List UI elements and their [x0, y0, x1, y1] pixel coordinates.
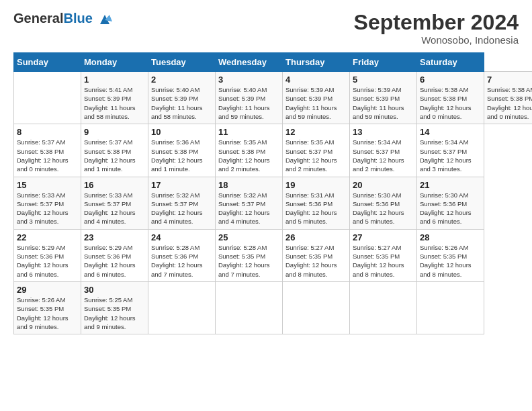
table-cell: 1Sunrise: 5:41 AMSunset: 5:39 PMDaylight… — [81, 72, 148, 124]
day-number: 26 — [285, 232, 347, 242]
day-info: Sunrise: 5:25 AMSunset: 5:35 PMDaylight:… — [84, 295, 145, 331]
day-number: 22 — [17, 232, 78, 242]
day-info: Sunrise: 5:28 AMSunset: 5:36 PMDaylight:… — [151, 243, 212, 279]
table-row: 15Sunrise: 5:33 AMSunset: 5:37 PMDayligh… — [14, 177, 533, 229]
day-info: Sunrise: 5:28 AMSunset: 5:35 PMDaylight:… — [218, 243, 279, 279]
month-title: September 2024 — [354, 11, 519, 34]
day-number: 23 — [84, 232, 145, 242]
day-number: 21 — [420, 180, 481, 190]
table-cell: 17Sunrise: 5:32 AMSunset: 5:37 PMDayligh… — [148, 177, 216, 229]
table-cell: 23Sunrise: 5:29 AMSunset: 5:36 PMDayligh… — [81, 229, 148, 281]
day-number: 3 — [218, 75, 279, 85]
logo: GeneralBlue — [13, 11, 112, 27]
table-cell: 8Sunrise: 5:37 AMSunset: 5:38 PMDaylight… — [14, 124, 81, 177]
day-info: Sunrise: 5:26 AMSunset: 5:35 PMDaylight:… — [420, 243, 481, 279]
table-row: 1Sunrise: 5:41 AMSunset: 5:39 PMDaylight… — [14, 72, 533, 124]
day-number: 27 — [353, 232, 414, 242]
table-cell: 29Sunrise: 5:26 AMSunset: 5:35 PMDayligh… — [14, 281, 81, 334]
day-info: Sunrise: 5:29 AMSunset: 5:36 PMDaylight:… — [17, 243, 78, 279]
calendar-page: GeneralBlue September 2024 Wonosobo, Ind… — [0, 0, 532, 411]
day-info: Sunrise: 5:40 AMSunset: 5:39 PMDaylight:… — [218, 85, 279, 121]
table-cell — [14, 72, 81, 124]
logo-icon — [97, 12, 112, 27]
day-number: 9 — [84, 127, 145, 137]
table-cell: 16Sunrise: 5:33 AMSunset: 5:37 PMDayligh… — [81, 177, 148, 229]
day-number: 14 — [420, 127, 481, 137]
day-info: Sunrise: 5:31 AMSunset: 5:36 PMDaylight:… — [285, 191, 347, 226]
table-cell: 26Sunrise: 5:27 AMSunset: 5:35 PMDayligh… — [283, 229, 350, 281]
day-info: Sunrise: 5:33 AMSunset: 5:37 PMDaylight:… — [84, 191, 145, 226]
table-cell — [350, 281, 417, 334]
day-info: Sunrise: 5:37 AMSunset: 5:38 PMDaylight:… — [84, 138, 145, 173]
day-info: Sunrise: 5:33 AMSunset: 5:37 PMDaylight:… — [17, 191, 78, 226]
table-row: 29Sunrise: 5:26 AMSunset: 5:35 PMDayligh… — [14, 281, 533, 334]
day-info: Sunrise: 5:29 AMSunset: 5:36 PMDaylight:… — [84, 243, 145, 279]
title-section: September 2024 Wonosobo, Indonesia — [354, 11, 519, 46]
day-info: Sunrise: 5:30 AMSunset: 5:36 PMDaylight:… — [420, 191, 481, 226]
page-header: GeneralBlue September 2024 Wonosobo, Ind… — [13, 11, 519, 46]
table-cell — [417, 281, 484, 334]
table-cell: 27Sunrise: 5:27 AMSunset: 5:35 PMDayligh… — [350, 229, 417, 281]
day-info: Sunrise: 5:41 AMSunset: 5:39 PMDaylight:… — [84, 85, 145, 121]
day-info: Sunrise: 5:39 AMSunset: 5:39 PMDaylight:… — [353, 85, 414, 121]
table-cell: 3Sunrise: 5:40 AMSunset: 5:39 PMDaylight… — [216, 72, 283, 124]
table-cell: 15Sunrise: 5:33 AMSunset: 5:37 PMDayligh… — [14, 177, 81, 229]
day-number: 2 — [151, 75, 212, 85]
day-info: Sunrise: 5:34 AMSunset: 5:37 PMDaylight:… — [420, 138, 481, 173]
table-cell: 6Sunrise: 5:38 AMSunset: 5:38 PMDaylight… — [417, 72, 484, 124]
day-info: Sunrise: 5:34 AMSunset: 5:37 PMDaylight:… — [353, 138, 414, 173]
table-cell: 11Sunrise: 5:35 AMSunset: 5:38 PMDayligh… — [216, 124, 283, 177]
day-number: 24 — [151, 232, 212, 242]
header-row: Sunday Monday Tuesday Wednesday Thursday… — [14, 53, 533, 72]
day-number: 5 — [353, 75, 414, 85]
day-number: 16 — [84, 180, 145, 190]
day-number: 12 — [285, 127, 347, 137]
day-number: 25 — [218, 232, 279, 242]
day-info: Sunrise: 5:36 AMSunset: 5:38 PMDaylight:… — [151, 138, 212, 173]
table-cell: 24Sunrise: 5:28 AMSunset: 5:36 PMDayligh… — [148, 229, 216, 281]
day-info: Sunrise: 5:27 AMSunset: 5:35 PMDaylight:… — [353, 243, 414, 279]
day-info: Sunrise: 5:38 AMSunset: 5:38 PMDaylight:… — [420, 85, 481, 121]
table-cell: 20Sunrise: 5:30 AMSunset: 5:36 PMDayligh… — [350, 177, 417, 229]
col-saturday: Saturday — [417, 53, 484, 72]
day-info: Sunrise: 5:30 AMSunset: 5:36 PMDaylight:… — [353, 191, 414, 226]
day-info: Sunrise: 5:38 AMSunset: 5:38 PMDaylight:… — [487, 85, 532, 121]
day-info: Sunrise: 5:37 AMSunset: 5:38 PMDaylight:… — [17, 138, 78, 173]
col-thursday: Thursday — [283, 53, 350, 72]
col-monday: Monday — [81, 53, 148, 72]
day-info: Sunrise: 5:35 AMSunset: 5:37 PMDaylight:… — [285, 138, 347, 173]
col-tuesday: Tuesday — [148, 53, 216, 72]
day-info: Sunrise: 5:27 AMSunset: 5:35 PMDaylight:… — [285, 243, 347, 279]
table-cell: 14Sunrise: 5:34 AMSunset: 5:37 PMDayligh… — [417, 124, 484, 177]
day-info: Sunrise: 5:35 AMSunset: 5:38 PMDaylight:… — [218, 138, 279, 173]
location: Wonosobo, Indonesia — [354, 34, 519, 46]
day-number: 29 — [17, 285, 78, 295]
day-number: 28 — [420, 232, 481, 242]
table-cell: 10Sunrise: 5:36 AMSunset: 5:38 PMDayligh… — [148, 124, 216, 177]
table-row: 8Sunrise: 5:37 AMSunset: 5:38 PMDaylight… — [14, 124, 533, 177]
day-info: Sunrise: 5:32 AMSunset: 5:37 PMDaylight:… — [151, 191, 212, 226]
table-cell: 12Sunrise: 5:35 AMSunset: 5:37 PMDayligh… — [283, 124, 350, 177]
table-cell: 25Sunrise: 5:28 AMSunset: 5:35 PMDayligh… — [216, 229, 283, 281]
day-number: 11 — [218, 127, 279, 137]
table-cell: 19Sunrise: 5:31 AMSunset: 5:36 PMDayligh… — [283, 177, 350, 229]
table-cell: 9Sunrise: 5:37 AMSunset: 5:38 PMDaylight… — [81, 124, 148, 177]
calendar-table: Sunday Monday Tuesday Wednesday Thursday… — [13, 52, 532, 334]
calendar-body: 1Sunrise: 5:41 AMSunset: 5:39 PMDaylight… — [14, 72, 533, 334]
day-info: Sunrise: 5:26 AMSunset: 5:35 PMDaylight:… — [17, 295, 78, 331]
table-cell — [283, 281, 350, 334]
day-number: 10 — [151, 127, 212, 137]
day-number: 13 — [353, 127, 414, 137]
logo-general: General — [13, 11, 63, 26]
day-number: 8 — [17, 127, 78, 137]
table-cell: 5Sunrise: 5:39 AMSunset: 5:39 PMDaylight… — [350, 72, 417, 124]
day-info: Sunrise: 5:32 AMSunset: 5:37 PMDaylight:… — [218, 191, 279, 226]
day-number: 4 — [285, 75, 347, 85]
table-cell: 22Sunrise: 5:29 AMSunset: 5:36 PMDayligh… — [14, 229, 81, 281]
table-cell: 7Sunrise: 5:38 AMSunset: 5:38 PMDaylight… — [484, 72, 533, 124]
day-number: 15 — [17, 180, 78, 190]
col-wednesday: Wednesday — [216, 53, 283, 72]
table-cell — [216, 281, 283, 334]
table-cell: 18Sunrise: 5:32 AMSunset: 5:37 PMDayligh… — [216, 177, 283, 229]
col-friday: Friday — [350, 53, 417, 72]
